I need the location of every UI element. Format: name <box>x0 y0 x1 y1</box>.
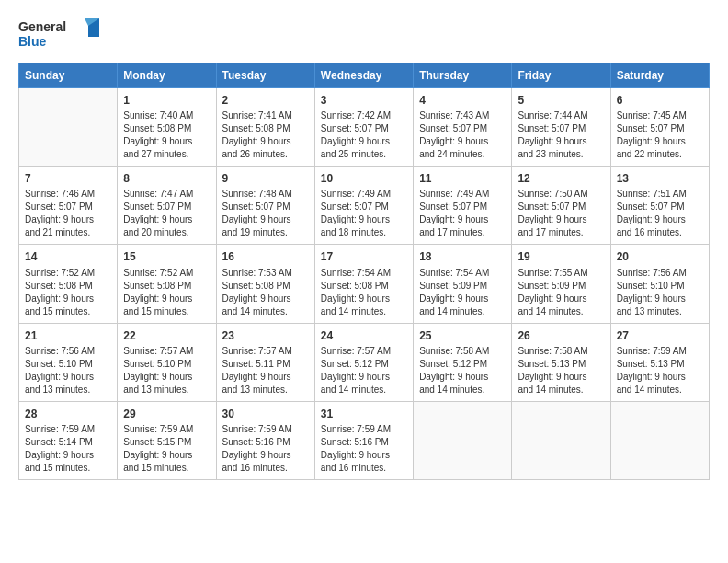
day-info: Sunrise: 7:59 AM Sunset: 5:14 PM Dayligh… <box>25 423 111 475</box>
day-info: Sunrise: 7:50 AM Sunset: 5:07 PM Dayligh… <box>518 188 604 239</box>
calendar-cell: 30Sunrise: 7:59 AM Sunset: 5:16 PM Dayli… <box>216 401 314 479</box>
calendar-cell: 20Sunrise: 7:56 AM Sunset: 5:10 PM Dayli… <box>610 245 709 323</box>
calendar-cell: 9Sunrise: 7:48 AM Sunset: 5:07 PM Daylig… <box>216 167 314 245</box>
weekday-header-thursday: Thursday <box>414 63 512 88</box>
day-info: Sunrise: 7:56 AM Sunset: 5:10 PM Dayligh… <box>25 345 111 396</box>
day-number: 23 <box>222 328 309 343</box>
day-number: 18 <box>419 249 506 264</box>
day-number: 2 <box>222 93 309 108</box>
calendar-table: SundayMondayTuesdayWednesdayThursdayFrid… <box>18 63 710 480</box>
week-row-4: 28Sunrise: 7:59 AM Sunset: 5:14 PM Dayli… <box>19 401 710 479</box>
day-info: Sunrise: 7:45 AM Sunset: 5:07 PM Dayligh… <box>617 109 703 161</box>
weekday-header-friday: Friday <box>512 63 610 88</box>
week-row-0: 1Sunrise: 7:40 AM Sunset: 5:08 PM Daylig… <box>19 88 710 167</box>
day-info: Sunrise: 7:52 AM Sunset: 5:08 PM Dayligh… <box>25 267 111 318</box>
calendar-cell: 29Sunrise: 7:59 AM Sunset: 5:15 PM Dayli… <box>118 401 216 479</box>
day-info: Sunrise: 7:59 AM Sunset: 5:16 PM Dayligh… <box>222 423 309 475</box>
day-number: 4 <box>419 93 506 108</box>
day-number: 1 <box>123 93 210 108</box>
calendar-cell: 7Sunrise: 7:46 AM Sunset: 5:07 PM Daylig… <box>19 167 118 245</box>
weekday-header-wednesday: Wednesday <box>314 63 413 88</box>
day-info: Sunrise: 7:49 AM Sunset: 5:07 PM Dayligh… <box>419 188 506 239</box>
calendar-cell: 15Sunrise: 7:52 AM Sunset: 5:08 PM Dayli… <box>118 245 216 323</box>
calendar-cell: 24Sunrise: 7:57 AM Sunset: 5:12 PM Dayli… <box>314 323 413 401</box>
calendar-cell: 17Sunrise: 7:54 AM Sunset: 5:08 PM Dayli… <box>314 245 413 323</box>
logo-svg: General Blue <box>18 17 101 52</box>
day-info: Sunrise: 7:54 AM Sunset: 5:09 PM Dayligh… <box>419 267 506 318</box>
day-number: 20 <box>617 249 703 264</box>
day-number: 13 <box>617 171 703 186</box>
calendar-cell: 11Sunrise: 7:49 AM Sunset: 5:07 PM Dayli… <box>414 167 512 245</box>
day-info: Sunrise: 7:48 AM Sunset: 5:07 PM Dayligh… <box>222 188 309 239</box>
day-number: 11 <box>419 171 506 186</box>
day-info: Sunrise: 7:44 AM Sunset: 5:07 PM Dayligh… <box>518 109 604 161</box>
day-number: 17 <box>321 249 407 264</box>
day-info: Sunrise: 7:47 AM Sunset: 5:07 PM Dayligh… <box>123 188 210 239</box>
svg-text:General: General <box>18 19 66 34</box>
day-number: 24 <box>321 328 407 343</box>
week-row-2: 14Sunrise: 7:52 AM Sunset: 5:08 PM Dayli… <box>19 245 710 323</box>
calendar-cell: 27Sunrise: 7:59 AM Sunset: 5:13 PM Dayli… <box>610 323 709 401</box>
day-number: 22 <box>123 328 210 343</box>
calendar-cell: 4Sunrise: 7:43 AM Sunset: 5:07 PM Daylig… <box>414 88 512 167</box>
day-number: 30 <box>222 407 309 421</box>
weekday-header-saturday: Saturday <box>610 63 709 88</box>
logo: General Blue <box>18 17 101 52</box>
calendar-cell: 21Sunrise: 7:56 AM Sunset: 5:10 PM Dayli… <box>19 323 118 401</box>
page: General Blue SundayMondayTuesdayWednesda… <box>0 0 728 563</box>
day-info: Sunrise: 7:46 AM Sunset: 5:07 PM Dayligh… <box>25 188 111 239</box>
day-number: 10 <box>321 171 407 186</box>
calendar-cell: 3Sunrise: 7:42 AM Sunset: 5:07 PM Daylig… <box>314 88 413 167</box>
calendar-cell: 22Sunrise: 7:57 AM Sunset: 5:10 PM Dayli… <box>118 323 216 401</box>
calendar-cell <box>512 401 610 479</box>
day-number: 12 <box>518 171 604 186</box>
day-info: Sunrise: 7:58 AM Sunset: 5:12 PM Dayligh… <box>419 345 506 396</box>
weekday-header-row: SundayMondayTuesdayWednesdayThursdayFrid… <box>19 63 710 88</box>
calendar-cell: 14Sunrise: 7:52 AM Sunset: 5:08 PM Dayli… <box>19 245 118 323</box>
calendar-cell <box>19 88 118 167</box>
day-info: Sunrise: 7:41 AM Sunset: 5:08 PM Dayligh… <box>222 109 309 161</box>
day-info: Sunrise: 7:57 AM Sunset: 5:11 PM Dayligh… <box>222 345 309 396</box>
weekday-header-monday: Monday <box>118 63 216 88</box>
day-info: Sunrise: 7:42 AM Sunset: 5:07 PM Dayligh… <box>321 109 407 161</box>
day-number: 19 <box>518 249 604 264</box>
day-info: Sunrise: 7:51 AM Sunset: 5:07 PM Dayligh… <box>617 188 703 239</box>
day-number: 29 <box>123 407 210 421</box>
day-info: Sunrise: 7:40 AM Sunset: 5:08 PM Dayligh… <box>123 109 210 161</box>
calendar-cell <box>414 401 512 479</box>
day-number: 5 <box>518 93 604 108</box>
day-number: 14 <box>25 249 111 264</box>
day-info: Sunrise: 7:53 AM Sunset: 5:08 PM Dayligh… <box>222 267 309 318</box>
calendar-cell: 12Sunrise: 7:50 AM Sunset: 5:07 PM Dayli… <box>512 167 610 245</box>
day-number: 16 <box>222 249 309 264</box>
day-info: Sunrise: 7:59 AM Sunset: 5:16 PM Dayligh… <box>321 423 407 475</box>
day-number: 28 <box>25 407 111 421</box>
day-number: 3 <box>321 93 407 108</box>
day-number: 7 <box>25 171 111 186</box>
day-info: Sunrise: 7:59 AM Sunset: 5:13 PM Dayligh… <box>617 345 703 396</box>
calendar-cell: 5Sunrise: 7:44 AM Sunset: 5:07 PM Daylig… <box>512 88 610 167</box>
day-number: 27 <box>617 328 703 343</box>
calendar-cell: 23Sunrise: 7:57 AM Sunset: 5:11 PM Dayli… <box>216 323 314 401</box>
day-info: Sunrise: 7:49 AM Sunset: 5:07 PM Dayligh… <box>321 188 407 239</box>
calendar-cell: 13Sunrise: 7:51 AM Sunset: 5:07 PM Dayli… <box>610 167 709 245</box>
day-number: 31 <box>321 407 407 421</box>
day-info: Sunrise: 7:57 AM Sunset: 5:10 PM Dayligh… <box>123 345 210 396</box>
day-info: Sunrise: 7:43 AM Sunset: 5:07 PM Dayligh… <box>419 109 506 161</box>
week-row-3: 21Sunrise: 7:56 AM Sunset: 5:10 PM Dayli… <box>19 323 710 401</box>
calendar-cell: 28Sunrise: 7:59 AM Sunset: 5:14 PM Dayli… <box>19 401 118 479</box>
weekday-header-tuesday: Tuesday <box>216 63 314 88</box>
day-number: 21 <box>25 328 111 343</box>
day-info: Sunrise: 7:56 AM Sunset: 5:10 PM Dayligh… <box>617 267 703 318</box>
svg-text:Blue: Blue <box>18 34 47 49</box>
calendar-cell: 18Sunrise: 7:54 AM Sunset: 5:09 PM Dayli… <box>414 245 512 323</box>
calendar-cell: 8Sunrise: 7:47 AM Sunset: 5:07 PM Daylig… <box>118 167 216 245</box>
day-number: 6 <box>617 93 703 108</box>
calendar-cell: 1Sunrise: 7:40 AM Sunset: 5:08 PM Daylig… <box>118 88 216 167</box>
week-row-1: 7Sunrise: 7:46 AM Sunset: 5:07 PM Daylig… <box>19 167 710 245</box>
day-number: 8 <box>123 171 210 186</box>
day-info: Sunrise: 7:58 AM Sunset: 5:13 PM Dayligh… <box>518 345 604 396</box>
calendar-cell <box>610 401 709 479</box>
header: General Blue <box>18 17 710 52</box>
weekday-header-sunday: Sunday <box>19 63 118 88</box>
